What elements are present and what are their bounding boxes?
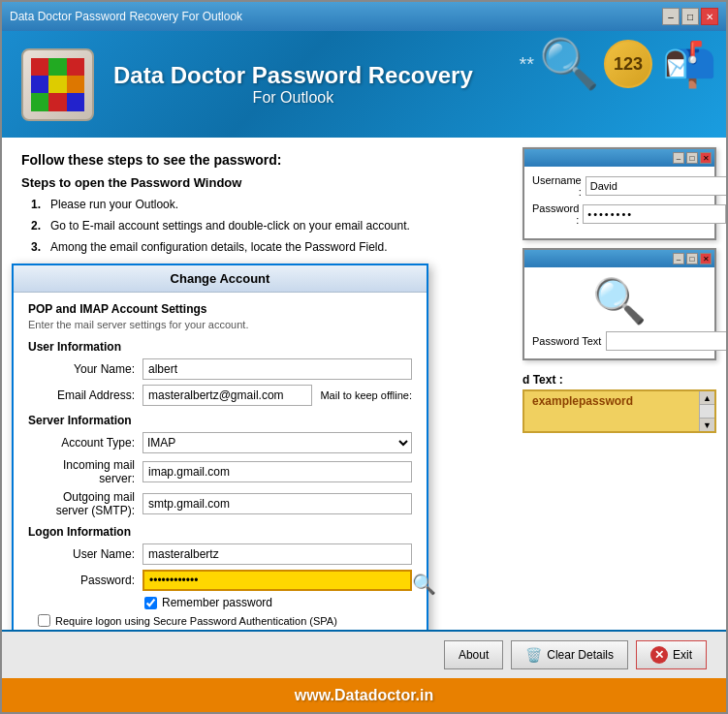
- remember-password-row: Remember password: [144, 596, 412, 609]
- window-close-button[interactable]: ✕: [701, 8, 718, 25]
- window-controls: – □ ✕: [662, 8, 718, 25]
- username-label: User Name:: [28, 547, 135, 561]
- magnifier-search-icon[interactable]: 🔍: [412, 573, 436, 596]
- step-3-num: 3.: [31, 240, 46, 254]
- window-title: Data Doctor Password Recovery For Outloo…: [10, 10, 242, 23]
- mini-password-input[interactable]: [583, 204, 726, 224]
- step-2-num: 2.: [31, 219, 46, 233]
- user-info-title: User Information: [28, 340, 412, 354]
- require-spa-row: Require logon using Secure Password Auth…: [38, 614, 412, 627]
- maximize-button[interactable]: □: [681, 8, 699, 25]
- scroll-down-btn[interactable]: ▼: [700, 418, 714, 431]
- clear-details-button[interactable]: 🗑️ Clear Details: [511, 640, 628, 669]
- pwd-revealed-scrollbar: ▲ ▼: [699, 391, 714, 431]
- app-logo: [21, 48, 94, 121]
- email-address-input[interactable]: [142, 385, 312, 406]
- website-url: www.Datadoctor.in: [295, 687, 433, 704]
- pwd-text-body: 🔍 Password Text: [524, 267, 714, 358]
- your-name-row: Your Name:: [28, 358, 412, 380]
- remember-password-label: Remember password: [162, 596, 272, 609]
- step-2: 2. Go to E-mail account settings and dou…: [31, 219, 493, 233]
- account-type-select[interactable]: IMAP: [142, 432, 412, 453]
- incoming-server-input[interactable]: [142, 461, 412, 482]
- email-address-row: Email Address: Mail to keep offline:: [28, 385, 412, 406]
- exit-icon: ✕: [650, 646, 668, 664]
- incoming-server-row: Incoming mail server:: [28, 458, 412, 485]
- bottom-bar: About 🗑️ Clear Details ✕ Exit: [2, 630, 726, 678]
- main-content: Follow these steps to see the password: …: [2, 138, 726, 630]
- right-pane: – □ ✕ Username : Password :: [513, 138, 726, 630]
- steps-title: Follow these steps to see the password:: [21, 152, 493, 168]
- mini-login-title-bar: – □ ✕: [524, 149, 714, 167]
- pwd-revealed-value-box: examplepassword ▲ ▼: [522, 389, 716, 433]
- number-badge: 123: [604, 40, 652, 88]
- change-account-dialog: Change Account POP and IMAP Account Sett…: [12, 264, 428, 630]
- step-2-text: Go to E-mail account settings and double…: [50, 219, 410, 233]
- mini-close-btn[interactable]: ✕: [700, 152, 712, 164]
- your-name-input[interactable]: [142, 358, 412, 380]
- magnifier-icon: 🔍: [539, 36, 599, 92]
- mini-password-label: Password :: [532, 202, 579, 226]
- about-button[interactable]: About: [444, 640, 503, 669]
- step-list: 1. Please run your Outlook. 2. Go to E-m…: [21, 198, 493, 254]
- logon-info-title: Logon Information: [28, 525, 412, 539]
- mini-min-btn[interactable]: –: [673, 152, 684, 164]
- mail-offline-label: Mail to keep offline:: [320, 389, 412, 401]
- clear-details-icon: 🗑️: [525, 647, 542, 663]
- pwd-revealed-container: d Text : examplepassword ▲ ▼: [522, 373, 716, 433]
- pwd-d-text-label: d Text :: [522, 373, 563, 387]
- pwd-min-btn[interactable]: –: [673, 253, 684, 264]
- account-type-row: Account Type: IMAP: [28, 432, 412, 453]
- remember-password-checkbox[interactable]: [144, 597, 157, 609]
- email-link[interactable]: email account: [335, 219, 407, 233]
- username-input[interactable]: [142, 543, 412, 565]
- server-info-title: Server Information: [28, 414, 412, 427]
- outgoing-server-label: Outgoing mail server (SMTP):: [28, 490, 135, 517]
- pwd-text-input[interactable]: [606, 331, 726, 351]
- step-3-text: Among the email configuration details, l…: [50, 240, 388, 254]
- scroll-up-btn[interactable]: ▲: [700, 391, 714, 405]
- header-title-block: Data Doctor Password Recovery For Outloo…: [113, 62, 473, 107]
- exit-button[interactable]: ✕ Exit: [636, 640, 707, 669]
- dialog-section-title: POP and IMAP Account Settings: [28, 302, 412, 316]
- password-text-window: – □ ✕ 🔍 Password Text: [522, 248, 716, 360]
- mini-username-label: Username :: [532, 174, 582, 198]
- mini-login-body: Username : Password :: [524, 167, 714, 238]
- mini-password-row: Password :: [532, 202, 707, 226]
- pwd-revealed-header: d Text :: [522, 373, 716, 387]
- pwd-max-btn[interactable]: □: [686, 253, 698, 264]
- step-1: 1. Please run your Outlook.: [31, 198, 493, 211]
- mail-icon: 📬: [662, 39, 716, 90]
- password-wrapper: 🔍: [142, 570, 412, 591]
- your-name-label: Your Name:: [28, 362, 135, 376]
- dialog-section-desc: Enter the mail server settings for your …: [28, 319, 412, 330]
- pwd-close-btn[interactable]: ✕: [700, 253, 712, 264]
- main-window: Data Doctor Password Recovery For Outloo…: [0, 0, 728, 714]
- steps-subtitle: Steps to open the Password Window: [21, 175, 493, 190]
- password-field-link[interactable]: Password Field: [304, 240, 384, 254]
- outgoing-server-input[interactable]: [142, 493, 412, 514]
- password-label: Password:: [28, 574, 135, 587]
- email-settings-link[interactable]: E-mail account settings: [82, 219, 203, 233]
- pwd-revealed-box: examplepassword ▲ ▼: [522, 389, 716, 433]
- mini-login-window: – □ ✕ Username : Password :: [522, 147, 716, 240]
- dialog-title: Change Account: [14, 265, 427, 293]
- header-decorations: ** 🔍 123 📬: [519, 36, 716, 92]
- title-bar: Data Doctor Password Recovery For Outloo…: [2, 2, 726, 31]
- header-title-line1: Data Doctor Password Recovery: [113, 62, 473, 89]
- pwd-text-row: Password Text: [532, 331, 707, 351]
- password-input[interactable]: [142, 570, 412, 591]
- header-title-line2: For Outlook: [113, 89, 473, 107]
- require-spa-label: Require logon using Secure Password Auth…: [55, 615, 337, 627]
- app-header: Data Doctor Password Recovery For Outloo…: [2, 31, 726, 138]
- asterisks: **: [519, 53, 534, 76]
- minimize-button[interactable]: –: [662, 8, 680, 25]
- mini-username-input[interactable]: [586, 176, 726, 196]
- exit-label: Exit: [673, 648, 692, 662]
- require-spa-checkbox[interactable]: [38, 614, 50, 627]
- pwd-text-label: Password Text: [532, 335, 601, 347]
- step-1-text: Please run your Outlook.: [50, 198, 178, 211]
- mini-max-btn[interactable]: □: [686, 152, 698, 164]
- website-footer: www.Datadoctor.in: [2, 678, 726, 712]
- bottom-buttons: About 🗑️ Clear Details ✕ Exit: [444, 640, 707, 669]
